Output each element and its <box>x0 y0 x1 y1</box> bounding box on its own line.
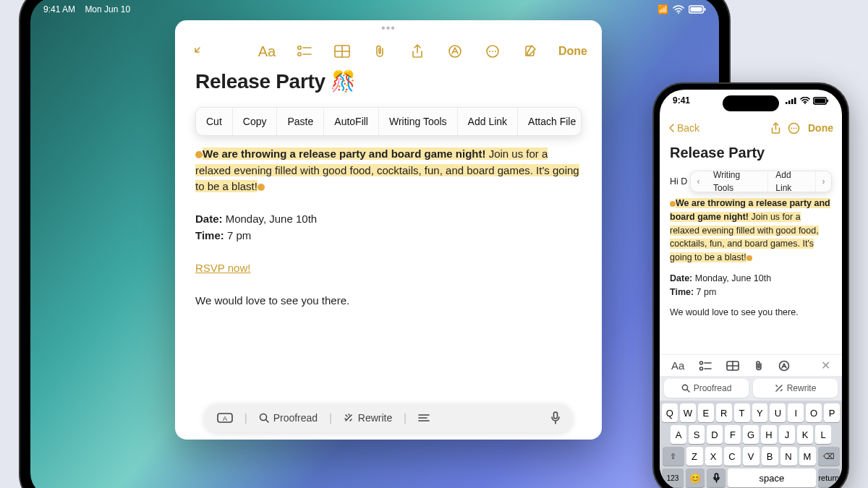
ipad-status-bar: 9:41 AM Mon Jun 10 📶 <box>30 1 719 17</box>
context-cut[interactable]: Cut <box>196 108 233 135</box>
table-icon[interactable] <box>726 361 739 371</box>
iphone-nav-bar: Back Done <box>660 117 842 139</box>
close-icon[interactable]: ✕ <box>821 359 830 372</box>
signal-icon <box>786 97 797 104</box>
key-shift[interactable]: ⇧ <box>663 447 684 466</box>
key-z[interactable]: Z <box>686 447 703 466</box>
text-style-button[interactable]: Aa <box>671 359 684 372</box>
ipad-device: 9:41 AM Mon Jun 10 📶 ••• <box>20 0 729 488</box>
key-b[interactable]: B <box>762 447 778 466</box>
context-autofill[interactable]: AutoFill <box>324 108 379 135</box>
note-title: Release Party <box>670 142 832 163</box>
key-v[interactable]: V <box>743 447 760 466</box>
selection-end-handle[interactable] <box>258 184 265 191</box>
svg-point-13 <box>489 51 490 52</box>
writing-tools-bar: A | Proofread | Rewrite | <box>204 403 573 432</box>
context-writing-tools[interactable]: Writing Tools <box>706 171 768 192</box>
key-backspace[interactable]: ⌫ <box>818 447 840 466</box>
key-return[interactable]: return <box>818 468 840 487</box>
ipad-status-right: 📶 <box>658 4 706 14</box>
context-attach-file[interactable]: Attach File <box>518 108 582 135</box>
context-add-link[interactable]: Add Link <box>768 171 816 192</box>
svg-point-28 <box>804 103 806 104</box>
key-e[interactable]: E <box>698 403 714 422</box>
key-n[interactable]: N <box>780 447 797 466</box>
rsvp-link[interactable]: RSVP now! <box>195 262 250 274</box>
keyboard-row-2: A S D F G H J K L <box>662 425 840 444</box>
selection-start-handle[interactable] <box>195 151 203 158</box>
svg-rect-46 <box>715 474 718 479</box>
key-w[interactable]: W <box>680 403 696 422</box>
compose-icon[interactable] <box>521 42 540 61</box>
context-next-icon[interactable]: › <box>816 175 831 188</box>
key-r[interactable]: R <box>716 403 732 422</box>
text-style-button[interactable]: Aa <box>258 42 276 61</box>
collapse-icon[interactable] <box>187 42 205 61</box>
dictation-icon[interactable] <box>551 411 560 424</box>
key-u[interactable]: U <box>770 403 786 422</box>
checklist-icon[interactable] <box>699 360 712 372</box>
svg-rect-3 <box>705 8 706 11</box>
keyboard-mode-icon[interactable]: A <box>217 411 233 424</box>
key-d[interactable]: D <box>707 425 723 444</box>
back-button[interactable]: Back <box>668 122 699 134</box>
selection-start-handle[interactable] <box>670 201 676 207</box>
key-o[interactable]: O <box>806 403 822 422</box>
note-time-line: Time: 7 pm <box>195 228 582 244</box>
more-icon[interactable] <box>483 42 502 61</box>
wifi-icon <box>673 5 684 14</box>
context-prev-icon[interactable]: ‹ <box>691 175 706 188</box>
key-g[interactable]: G <box>743 425 759 444</box>
done-button[interactable]: Done <box>808 122 833 134</box>
context-writing-tools[interactable]: Writing Tools <box>379 108 458 135</box>
keyboard[interactable]: Q W E R T Y U I O P A S D F G H J K L <box>660 401 842 488</box>
markup-icon[interactable] <box>778 360 790 372</box>
list-options-icon[interactable] <box>418 414 430 422</box>
rewrite-tab[interactable]: Rewrite <box>753 379 838 398</box>
key-numbers[interactable]: 123 <box>662 468 684 487</box>
share-icon[interactable] <box>770 122 788 134</box>
format-bar: Aa ✕ <box>660 354 842 376</box>
context-copy[interactable]: Copy <box>233 108 278 135</box>
greeting-fragment: Hi D <box>670 175 687 189</box>
note-body[interactable]: Release Party 🎊 Cut Copy Paste AutoFill … <box>175 67 602 309</box>
table-icon[interactable] <box>333 42 352 61</box>
key-s[interactable]: S <box>689 425 705 444</box>
key-f[interactable]: F <box>725 425 741 444</box>
key-q[interactable]: Q <box>662 403 678 422</box>
selection-end-handle[interactable] <box>746 255 752 261</box>
done-button[interactable]: Done <box>558 45 587 58</box>
attachment-icon[interactable] <box>754 360 764 372</box>
more-icon[interactable] <box>788 122 805 134</box>
key-t[interactable]: T <box>734 403 750 422</box>
window-grabber-icon[interactable]: ••• <box>381 20 396 35</box>
attachment-icon[interactable] <box>370 42 389 61</box>
keyboard-row-4: 123 😊 space return <box>662 468 840 487</box>
key-m[interactable]: M <box>799 447 816 466</box>
context-paste[interactable]: Paste <box>277 108 324 135</box>
key-a[interactable]: A <box>671 425 686 444</box>
proofread-tab[interactable]: Proofread <box>664 379 749 398</box>
key-y[interactable]: Y <box>752 403 768 422</box>
key-i[interactable]: I <box>788 403 804 422</box>
key-h[interactable]: H <box>761 425 777 444</box>
checklist-icon[interactable] <box>295 42 314 61</box>
key-l[interactable]: L <box>815 425 831 444</box>
note-closing: We would love to see you there. <box>670 306 832 320</box>
key-j[interactable]: J <box>779 425 795 444</box>
key-dictation[interactable] <box>707 468 726 487</box>
key-emoji[interactable]: 😊 <box>686 468 705 487</box>
key-x[interactable]: X <box>705 447 722 466</box>
key-c[interactable]: C <box>724 447 741 466</box>
context-add-link[interactable]: Add Link <box>458 108 518 135</box>
key-p[interactable]: P <box>824 403 840 422</box>
proofread-button[interactable]: Proofread <box>259 412 318 424</box>
wifi-icon <box>800 97 810 104</box>
key-space[interactable]: space <box>728 468 816 487</box>
markup-icon[interactable] <box>446 42 464 61</box>
share-icon[interactable] <box>408 42 427 61</box>
svg-rect-24 <box>786 102 788 104</box>
key-k[interactable]: K <box>797 425 813 444</box>
rewrite-button[interactable]: Rewrite <box>344 412 392 424</box>
battery-icon <box>689 5 706 14</box>
